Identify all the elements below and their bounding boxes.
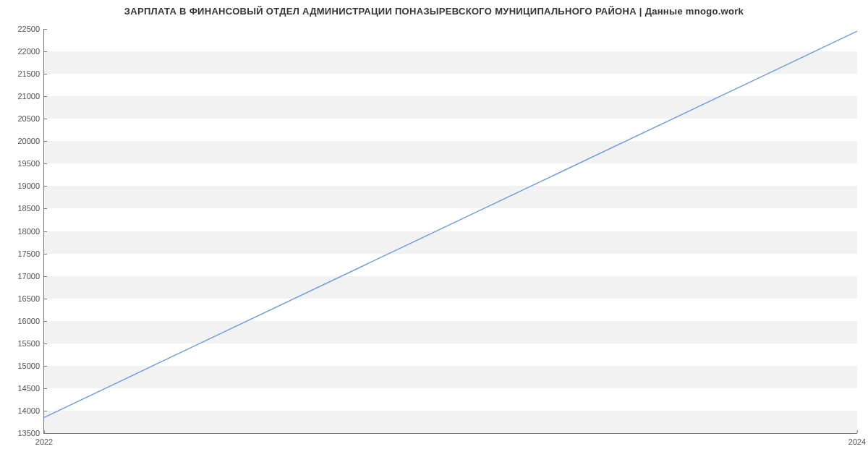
y-tick-label: 18000 [17,227,44,236]
chart-title: ЗАРПЛАТА В ФИНАНСОВЫЙ ОТДЕЛ АДМИНИСТРАЦИ… [0,6,868,17]
x-tick-label: 2022 [35,433,53,446]
chart-container: ЗАРПЛАТА В ФИНАНСОВЫЙ ОТДЕЛ АДМИНИСТРАЦИ… [0,0,868,470]
series-line [44,31,857,417]
y-tick-label: 22500 [17,25,44,33]
y-tick-label: 20000 [17,137,44,145]
y-tick-label: 15500 [17,339,44,348]
y-tick-label: 15000 [17,362,44,370]
y-tick-label: 16500 [17,294,44,303]
y-tick-label: 21000 [17,92,44,101]
y-tick-label: 19500 [17,159,44,168]
y-tick-label: 19000 [17,181,44,190]
y-tick-label: 22000 [17,47,44,56]
plot-area: 1350014000145001500015500160001650017000… [43,29,857,434]
line-layer [44,29,857,433]
y-tick-label: 16000 [17,317,44,325]
y-tick-label: 17000 [17,272,44,281]
y-tick-label: 21500 [17,69,44,78]
y-tick-label: 18500 [17,204,44,213]
y-tick-label: 20500 [17,114,44,123]
y-tick-label: 17500 [17,249,44,258]
y-tick-label: 14500 [17,384,44,393]
y-tick-label: 14000 [17,406,44,415]
x-tick-label: 2024 [848,433,866,446]
